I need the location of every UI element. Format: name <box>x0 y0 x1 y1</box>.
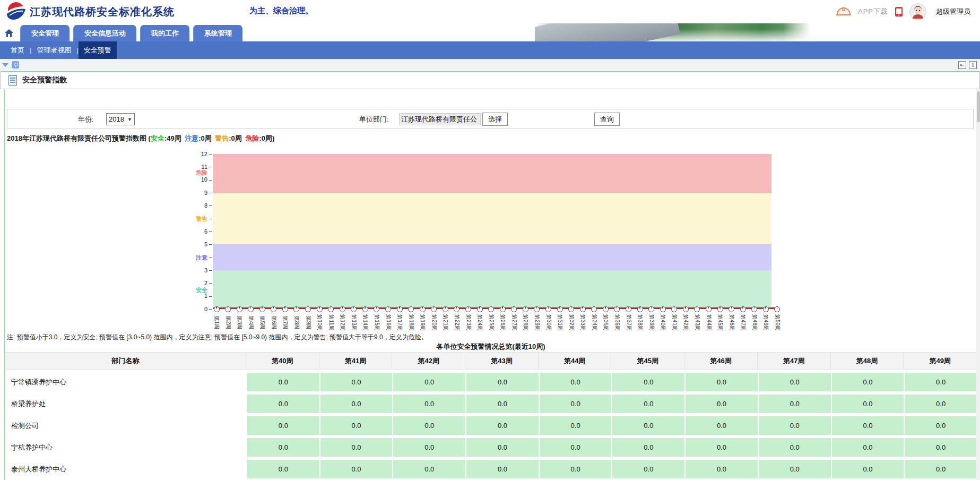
x-axis-label: 第31周 <box>557 311 563 335</box>
year-value: 2018 <box>109 115 124 123</box>
x-axis-label: 第16周 <box>385 311 392 335</box>
table-cell: 0.0 <box>539 416 612 435</box>
table-cell: 0.0 <box>319 460 393 478</box>
table-row: 宁杭养护中心0.00.00.00.00.00.00.00.00.00.0 <box>5 438 977 457</box>
breadcrumb-item[interactable]: 首页 <box>5 41 30 59</box>
y-tick-label: 9 <box>189 190 207 196</box>
table-cell: 0.0 <box>684 438 758 457</box>
chart-note: 注: 预警值小于3.0，定义为安全; 预警值在 [3.0~5.0) 范围内，定义… <box>7 333 428 342</box>
popout-icon[interactable]: ⇧ <box>969 61 977 69</box>
collapse-caret-icon[interactable] <box>2 63 8 67</box>
panel-icon[interactable] <box>12 61 19 68</box>
y-tick <box>209 296 212 297</box>
y-tick-label: 2 <box>189 280 207 286</box>
band-label-注意: 注意 <box>176 254 207 262</box>
chart-stats: (安全:49周 注意:0周 警告:0周 危险:0周) <box>149 134 275 142</box>
x-axis-label: 第23周 <box>465 311 472 335</box>
nav-tab[interactable]: 系统管理 <box>193 25 242 41</box>
department-input[interactable] <box>399 113 481 125</box>
content-panel: 年份: 2018 ▼ 单位部门: 选择 查询 2018年江苏现代路桥有限责任公司… <box>4 89 976 480</box>
x-axis-label: 第19周 <box>419 311 426 335</box>
x-axis-label: 第29周 <box>533 311 540 335</box>
nav-tab[interactable]: 安全信息活动 <box>73 25 136 41</box>
user-name[interactable]: 超级管理员 <box>936 7 970 16</box>
chart-heading: 2018年江苏现代路桥有限责任公司预警指数图 (安全:49周 注意:0周 警告:… <box>7 134 274 143</box>
table-cell: 0.0 <box>465 460 539 478</box>
x-axis-label: 第8周 <box>293 311 300 335</box>
scrollbar-thumb[interactable] <box>977 91 980 122</box>
x-axis-label: 第22周 <box>453 311 460 335</box>
nav-tab[interactable]: 我的工作 <box>140 25 189 41</box>
x-axis-label: 第32周 <box>568 311 575 335</box>
x-axis-label: 第28周 <box>522 311 529 335</box>
table-cell: 0.0 <box>246 438 319 457</box>
vertical-scrollbar[interactable] <box>976 89 980 480</box>
breadcrumb-item[interactable]: 管理者视图 <box>31 41 76 59</box>
x-axis-label: 第30周 <box>545 311 552 335</box>
nav-tab[interactable]: 安全管理 <box>20 25 70 41</box>
x-axis-label: 第44周 <box>705 311 712 335</box>
y-tick-label: 10 <box>189 176 207 183</box>
overview-table-title: 各单位安全预警情况总览(最近10周) <box>5 342 977 352</box>
x-axis-label: 第45周 <box>717 311 724 335</box>
table-header-cell: 第43周 <box>465 352 539 370</box>
filter-box: 年份: 2018 ▼ 单位部门: 选择 查询 <box>7 109 974 128</box>
user-avatar[interactable] <box>909 3 926 20</box>
table-header-cell: 第49周 <box>904 352 977 370</box>
query-button[interactable]: 查询 <box>594 113 620 126</box>
department-name-cell: 桥梁养护处 <box>5 395 246 413</box>
table-cell: 0.0 <box>904 373 977 391</box>
breadcrumb-item[interactable]: 安全预警 <box>79 41 117 59</box>
marquee-text: 为主、综合治理。 <box>249 6 313 16</box>
x-axis-label: 第48周 <box>751 311 758 335</box>
table-cell: 0.0 <box>319 416 393 435</box>
x-axis-label: 第35周 <box>602 311 609 335</box>
table-cell: 0.0 <box>904 460 977 478</box>
table-cell: 0.0 <box>539 395 612 413</box>
y-tick <box>209 244 212 245</box>
select-button[interactable]: 选择 <box>482 113 508 126</box>
app-header: 江苏现代路桥安全标准化系统 为主、综合治理。 APP下载 超级管理员 <box>0 0 980 23</box>
x-axis-label: 第2周 <box>224 311 231 335</box>
panel-toolbar: ⇤ ⇧ <box>0 59 980 71</box>
table-cell: 0.0 <box>831 373 904 391</box>
table-cell: 0.0 <box>904 395 977 413</box>
x-axis-label: 第26周 <box>499 311 506 335</box>
department-label: 单位部门: <box>359 115 389 124</box>
table-cell: 0.0 <box>831 438 904 457</box>
stat-value: :0周 <box>198 134 215 142</box>
header-right: APP下载 超级管理员 <box>836 2 970 21</box>
table-cell: 0.0 <box>831 460 904 478</box>
y-tick <box>209 232 212 232</box>
stat-label: 危险 <box>245 134 259 142</box>
table-header-cell: 第45周 <box>611 352 684 370</box>
x-axis-label: 第17周 <box>396 311 403 335</box>
year-select[interactable]: 2018 ▼ <box>106 113 135 125</box>
x-axis-label: 第46周 <box>728 311 735 335</box>
table-cell: 0.0 <box>758 373 831 391</box>
x-axis-label: 第14周 <box>362 311 369 335</box>
section-title: 安全预警指数 <box>22 75 67 85</box>
nav-row: 安全管理安全信息活动我的工作系统管理 <box>0 23 980 41</box>
table-cell: 0.0 <box>539 373 612 391</box>
x-axis-label: 第34周 <box>591 311 597 335</box>
department-name-cell: 宁常镇溧养护中心 <box>5 373 246 391</box>
table-cell: 0.0 <box>246 460 319 478</box>
app-download-label[interactable]: APP下载 <box>858 7 888 16</box>
home-tab[interactable] <box>1 25 17 41</box>
x-axis-label: 第39周 <box>648 311 655 335</box>
x-axis-label: 第42周 <box>682 311 689 335</box>
band-label-危险: 危险 <box>176 169 207 177</box>
collapse-left-icon[interactable]: ⇤ <box>958 61 966 69</box>
table-cell: 0.0 <box>611 460 684 478</box>
chart-band-安全 <box>213 270 771 309</box>
warning-index-chart: 01235689101112安全注意警告危险第1周第2周第3周第4周第5周第6周… <box>1 152 980 343</box>
x-axis-label: 第43周 <box>693 311 700 335</box>
document-icon <box>8 75 17 85</box>
stat-label: 注意 <box>185 134 198 142</box>
table-cell: 0.0 <box>465 438 539 457</box>
x-axis-label: 第20周 <box>430 311 437 335</box>
phone-icon[interactable] <box>895 6 903 17</box>
x-axis-label: 第13周 <box>350 311 357 335</box>
table-cell: 0.0 <box>319 395 393 413</box>
